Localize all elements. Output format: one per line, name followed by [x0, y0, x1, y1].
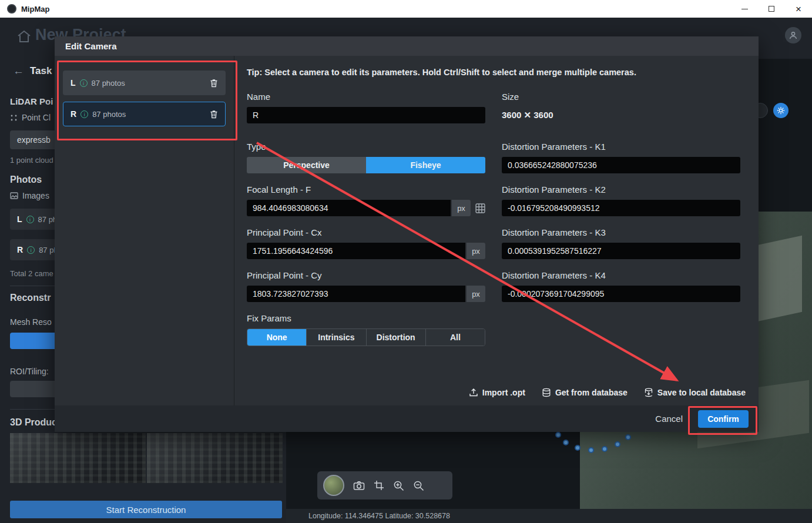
size-label: Size: [502, 92, 740, 102]
home-icon[interactable]: [16, 29, 32, 43]
maximize-button[interactable]: [758, 0, 785, 18]
photo-position-dot[interactable]: [615, 441, 620, 447]
back-arrow-icon: ←: [13, 65, 24, 78]
zoom-in-icon[interactable]: [393, 480, 404, 491]
photo-position-dot[interactable]: [588, 447, 594, 453]
distortion-k3-input[interactable]: [502, 243, 740, 259]
camera-name: R: [17, 245, 23, 254]
dialog-tip: Tip: Select a camera to edit its paramet…: [247, 68, 746, 77]
point-cloud-item[interactable]: Point Cl: [10, 113, 51, 122]
photo-position-dot[interactable]: [563, 440, 569, 445]
focal-field-row: Focal Length - F px: [247, 185, 485, 216]
roi-tiling-text: ROI/Tiling:: [10, 367, 49, 376]
fix-option-intrinsics[interactable]: Intrinsics: [306, 329, 365, 346]
minimize-button[interactable]: [731, 0, 758, 18]
user-icon: [789, 31, 797, 39]
coordinates-text: Longitude: 114.346475 Latitude: 30.52867…: [308, 512, 450, 520]
save-database-icon: [644, 388, 653, 397]
window-controls: ×: [731, 0, 812, 18]
k4-field-row: Distortion Parameters - K4: [502, 270, 740, 302]
images-item[interactable]: Images: [10, 191, 49, 200]
photo-position-dot[interactable]: [575, 445, 581, 451]
distortion-k2-input[interactable]: [502, 200, 740, 216]
app-title: MipMap: [21, 5, 49, 14]
principal-cx-label: Principal Point - Cx: [247, 227, 485, 237]
px-unit: px: [452, 200, 471, 216]
principal-cy-input[interactable]: [247, 286, 465, 302]
map-settings-button[interactable]: [773, 103, 788, 118]
distortion-k4-label: Distortion Parameters - K4: [502, 270, 740, 280]
get-from-database-label: Get from database: [555, 388, 628, 397]
zoom-out-icon[interactable]: [413, 480, 424, 491]
trash-icon: [210, 110, 218, 119]
k2-field-row: Distortion Parameters - K2: [502, 185, 740, 216]
cancel-button[interactable]: Cancel: [655, 414, 683, 424]
camera-photo-count: 87 photos: [92, 79, 125, 88]
distortion-k3-label: Distortion Parameters - K3: [502, 227, 740, 237]
name-input[interactable]: [247, 107, 485, 123]
save-to-database-link[interactable]: Save to local database: [644, 388, 746, 397]
distortion-k1-label: Distortion Parameters - K1: [502, 142, 740, 152]
close-button[interactable]: ×: [785, 0, 812, 18]
info-icon: i: [26, 216, 34, 223]
map-statusbar: Longitude: 114.346475 Latitude: 30.52867…: [286, 509, 812, 523]
product-thumbnail[interactable]: [10, 433, 146, 483]
dialog-body: L i 87 photos R i 87 photos Ti: [55, 56, 759, 405]
distortion-k4-input[interactable]: [502, 286, 740, 302]
roi-tiling-label: ROI/Tiling:: [10, 367, 49, 376]
crop-icon[interactable]: [374, 480, 384, 491]
info-icon: i: [80, 79, 88, 87]
distortion-k1-input[interactable]: [502, 157, 740, 173]
dialog-footer: Cancel Confirm: [55, 405, 759, 432]
app-window: MipMap × New Project ← Task LiDAR Poi Po…: [0, 0, 812, 523]
camera-list-panel: L i 87 photos R i 87 photos: [55, 56, 234, 405]
distortion-k2-label: Distortion Parameters - K2: [502, 185, 740, 195]
gear-icon: [777, 106, 785, 115]
cy-field-row: Principal Point - Cy px: [247, 270, 485, 302]
type-toggle: Perspective Fisheye: [247, 157, 485, 173]
camera-icon[interactable]: [353, 480, 365, 491]
calculator-icon[interactable]: [475, 203, 485, 213]
point-cloud-count: 1 point cloud: [10, 156, 53, 165]
delete-camera-button[interactable]: [210, 110, 218, 119]
point-cloud-icon: [10, 114, 18, 122]
task-list-title: Task: [30, 65, 52, 77]
task-back-row[interactable]: ← Task: [13, 65, 52, 78]
principal-cx-input[interactable]: [247, 243, 465, 259]
principal-cy-label: Principal Point - Cy: [247, 270, 485, 280]
dialog-header: Edit Camera: [55, 36, 759, 56]
k3-field-row: Distortion Parameters - K3: [502, 227, 740, 259]
get-from-database-link[interactable]: Get from database: [542, 388, 628, 397]
fix-option-none[interactable]: None: [247, 329, 306, 346]
focal-length-label: Focal Length - F: [247, 185, 485, 195]
k1-field-row: Distortion Parameters - K1: [502, 142, 740, 173]
camera-name: L: [71, 78, 76, 88]
product-thumbnail[interactable]: [147, 433, 283, 483]
import-opt-icon: [469, 388, 478, 397]
map-toolbar: [317, 471, 452, 499]
type-option-fisheye[interactable]: Fisheye: [366, 157, 485, 173]
photo-position-dot[interactable]: [555, 432, 561, 438]
photo-preview-avatar[interactable]: [323, 475, 344, 496]
minimize-icon: [741, 9, 748, 9]
lidar-section-title: LiDAR Poi: [10, 96, 53, 106]
camera-list-item-r[interactable]: R i 87 photos: [63, 102, 226, 126]
products-section-title: 3D Produc: [10, 417, 57, 428]
camera-list-item-l[interactable]: L i 87 photos: [63, 71, 226, 95]
mesh-resolution-text: Mesh Reso: [10, 317, 52, 327]
fix-option-all[interactable]: All: [425, 329, 485, 346]
photos-section-title: Photos: [10, 175, 42, 185]
images-label: Images: [22, 191, 49, 200]
start-reconstruction-button[interactable]: Start Reconstruction: [10, 501, 282, 518]
focal-length-input[interactable]: [247, 200, 451, 216]
user-avatar[interactable]: [785, 27, 801, 43]
photo-position-dot[interactable]: [625, 434, 631, 440]
import-opt-link[interactable]: Import .opt: [469, 388, 525, 397]
type-option-perspective[interactable]: Perspective: [247, 157, 366, 173]
fix-option-distortion[interactable]: Distortion: [366, 329, 425, 346]
type-field-row: Type Perspective Fisheye: [247, 142, 485, 173]
photo-position-dot[interactable]: [602, 446, 608, 452]
delete-camera-button[interactable]: [210, 79, 218, 88]
pointcloud-file-label: expressb: [17, 135, 51, 145]
confirm-button[interactable]: Confirm: [698, 410, 749, 428]
